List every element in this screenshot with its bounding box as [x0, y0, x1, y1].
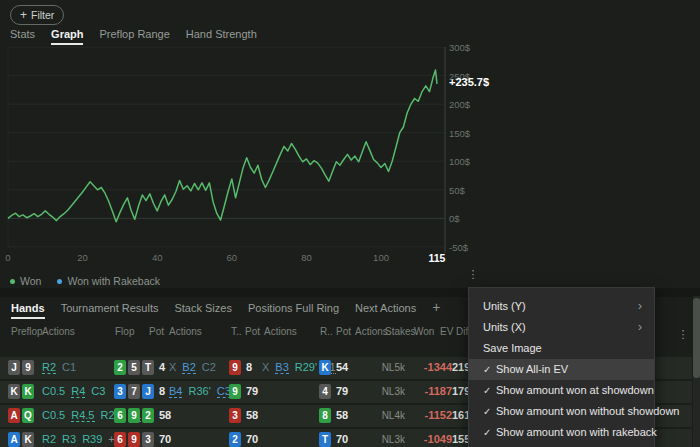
column-header-actions[interactable]: Actions	[355, 326, 388, 337]
card-chip: A	[8, 408, 20, 423]
card-chip: J	[142, 384, 154, 399]
pot-value: 54	[336, 361, 348, 373]
column-header-stakes[interactable]: Stakes	[385, 326, 416, 337]
card-chip: 2	[229, 432, 241, 447]
legend-dot-icon	[10, 279, 15, 284]
actions-cell: B4R36'C32	[169, 385, 237, 398]
card-chip: J	[8, 360, 20, 375]
current-value-label: +235.7$	[449, 76, 489, 88]
menu-item-save-image[interactable]: Save Image	[469, 338, 654, 359]
action-token: B4	[169, 385, 182, 398]
stakes-value: NL3k	[368, 434, 405, 445]
pot-value: 79	[336, 385, 348, 397]
card-chip: 9	[229, 384, 241, 399]
won-value: -1049	[413, 433, 452, 445]
checkmark-icon: ✓	[483, 359, 496, 380]
results-section-tabs: HandsTournament ResultsStack SizesPositi…	[11, 302, 440, 319]
table-scrollbar[interactable]	[693, 296, 700, 447]
checkmark-icon: ✓	[483, 401, 496, 422]
legend-item[interactable]: Won	[10, 275, 41, 287]
action-token: R4	[71, 385, 85, 398]
actions-cell: R2R3R39+1	[42, 433, 121, 445]
pot-value: 58	[336, 409, 348, 421]
menu-item-show-amount-won-at-showdown[interactable]: ✓Show amount won at showdown	[469, 380, 654, 401]
column-header-actions[interactable]: Actions	[169, 326, 202, 337]
tab-next-actions[interactable]: Next Actions	[355, 302, 416, 319]
tab-graph[interactable]: Graph	[51, 28, 83, 45]
tab-hands[interactable]: Hands	[11, 302, 45, 319]
stakes-value: NL5k	[368, 362, 405, 373]
pot-value: 58	[159, 409, 171, 421]
tab-tournament-results[interactable]: Tournament Results	[61, 302, 159, 319]
legend-label: Won with Rakeback	[67, 275, 160, 287]
action-token: C0.5	[42, 385, 65, 398]
card-chip: 2	[114, 360, 126, 375]
filter-button[interactable]: + Filter	[10, 5, 64, 25]
column-header-pot[interactable]: Pot	[245, 326, 260, 337]
tab-hand-strength[interactable]: Hand Strength	[186, 28, 257, 45]
column-header-pot[interactable]: Pot	[149, 326, 164, 337]
won-value: -1187	[413, 385, 452, 397]
card-chip: 3	[229, 408, 241, 423]
menu-item-units-y-[interactable]: Units (Y)›	[469, 296, 654, 317]
won-value: -1344	[413, 361, 452, 373]
menu-item-show-amount-won-without-showdown[interactable]: ✓Show amount won without showdown	[469, 401, 654, 422]
column-header-t[interactable]: T..	[231, 326, 242, 337]
column-header-r[interactable]: R..	[320, 326, 333, 337]
action-token: X	[169, 361, 176, 374]
tab-stats[interactable]: Stats	[10, 28, 35, 45]
menu-item-label: Show amount won at showdown	[496, 384, 654, 396]
menu-item-show-amount-won-with-rakeback[interactable]: ✓Show amount won with rakeback	[469, 422, 654, 443]
card-chip: K	[22, 384, 34, 399]
card-chip: 5	[128, 360, 140, 375]
legend-dot-icon	[57, 279, 62, 284]
y-tick-label: 200$	[449, 99, 470, 110]
actions-cell: C0.5R4C3	[42, 385, 105, 398]
card-chip: 6	[114, 432, 126, 447]
tab-preflop-range[interactable]: Preflop Range	[99, 28, 169, 45]
menu-item-show-all-in-ev[interactable]: ✓Show All-in EV	[469, 359, 654, 380]
table-options-icon[interactable]: ⋮	[676, 331, 690, 337]
legend-item[interactable]: Won with Rakeback	[57, 275, 160, 287]
column-header-actions[interactable]: Actions	[42, 326, 75, 337]
actions-cell: C0.5R4.5R29'+1	[42, 409, 141, 422]
x-tick-label: 80	[293, 252, 319, 263]
x-tick-label: 60	[219, 252, 245, 263]
card-chip: 9	[128, 408, 140, 423]
tab-stack-sizes[interactable]: Stack Sizes	[174, 302, 231, 319]
tab-positions-full-ring[interactable]: Positions Full Ring	[248, 302, 339, 319]
pot-value: 79	[246, 385, 258, 397]
action-token: B3	[275, 361, 288, 374]
y-tick-label: 0$	[449, 213, 460, 224]
column-header-preflop[interactable]: Preflop	[11, 326, 43, 337]
menu-item-units-x-[interactable]: Units (X)›	[469, 317, 654, 338]
y-tick-label: 100$	[449, 156, 470, 167]
legend-label: Won	[20, 275, 41, 287]
action-token: C0.5	[42, 409, 65, 422]
column-header-flop[interactable]: Flop	[115, 326, 134, 337]
menu-item-label: Save Image	[483, 342, 542, 354]
table-scrollbar-thumb[interactable]	[693, 298, 700, 378]
y-tick-label: -50$	[449, 242, 468, 253]
card-chip: A	[8, 432, 20, 447]
card-chip: 9	[229, 360, 241, 375]
pot-value: 70	[246, 433, 258, 445]
card-chip: 9	[128, 432, 140, 447]
stakes-value: NL4k	[368, 410, 405, 421]
column-header-actions[interactable]: Actions	[264, 326, 297, 337]
x-tick-label: 40	[144, 252, 170, 263]
column-header-won[interactable]: Won	[414, 326, 434, 337]
column-header-pot[interactable]: Pot	[336, 326, 351, 337]
card-chip: Q	[22, 408, 34, 423]
graph-options-icon[interactable]: ⋮	[466, 271, 480, 277]
action-token: R4.5	[71, 409, 94, 422]
action-token: R2	[42, 433, 56, 445]
pot-value: 70	[336, 433, 348, 445]
action-token: R3	[62, 433, 76, 445]
card-chip: K	[8, 384, 20, 399]
winnings-chart	[0, 47, 460, 261]
tab--[interactable]: +	[432, 302, 440, 319]
graph-section-tabs: StatsGraphPreflop RangeHand Strength	[10, 28, 257, 45]
action-token: X	[262, 361, 269, 374]
pot-value: 58	[246, 409, 258, 421]
